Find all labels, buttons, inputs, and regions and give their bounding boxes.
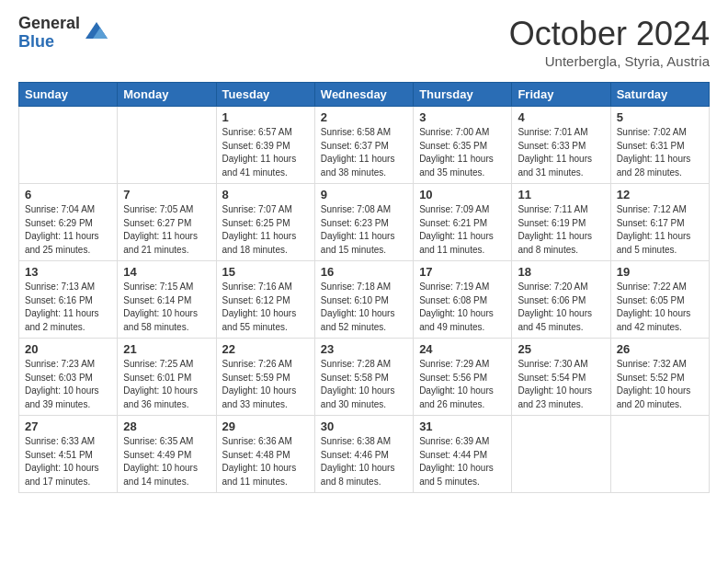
day-number: 1: [222, 110, 309, 124]
weekday-header: Monday: [118, 83, 216, 107]
day-number: 7: [123, 188, 210, 201]
day-number: 18: [518, 265, 604, 279]
day-cell: [19, 107, 118, 184]
day-info: Sunrise: 7:26 AM Sunset: 5:59 PM Dayligh…: [222, 358, 309, 411]
month-title: October 2024: [509, 15, 710, 53]
day-cell: 1Sunrise: 6:57 AM Sunset: 6:39 PM Daylig…: [216, 107, 314, 184]
day-cell: 11Sunrise: 7:11 AM Sunset: 6:19 PM Dayli…: [512, 184, 610, 261]
weekday-header: Sunday: [19, 83, 118, 107]
day-number: 4: [518, 110, 604, 124]
day-info: Sunrise: 7:07 AM Sunset: 6:25 PM Dayligh…: [222, 203, 309, 257]
day-cell: 19Sunrise: 7:22 AM Sunset: 6:05 PM Dayli…: [610, 261, 709, 339]
day-info: Sunrise: 6:35 AM Sunset: 4:49 PM Dayligh…: [123, 435, 210, 488]
day-cell: 2Sunrise: 6:58 AM Sunset: 6:37 PM Daylig…: [314, 107, 413, 184]
day-number: 25: [518, 342, 604, 356]
week-row: 20Sunrise: 7:23 AM Sunset: 6:03 PM Dayli…: [19, 339, 710, 416]
day-number: 5: [617, 110, 703, 124]
day-cell: 24Sunrise: 7:29 AM Sunset: 5:56 PM Dayli…: [414, 339, 512, 416]
day-number: 29: [222, 419, 309, 433]
day-number: 3: [419, 110, 506, 124]
day-cell: 5Sunrise: 7:02 AM Sunset: 6:31 PM Daylig…: [610, 107, 709, 184]
day-number: 27: [25, 419, 111, 433]
day-info: Sunrise: 6:39 AM Sunset: 4:44 PM Dayligh…: [419, 435, 506, 488]
calendar-table: SundayMondayTuesdayWednesdayThursdayFrid…: [18, 82, 710, 493]
week-row: 27Sunrise: 6:33 AM Sunset: 4:51 PM Dayli…: [19, 416, 710, 493]
day-cell: 4Sunrise: 7:01 AM Sunset: 6:33 PM Daylig…: [512, 107, 610, 184]
day-cell: 20Sunrise: 7:23 AM Sunset: 6:03 PM Dayli…: [19, 339, 118, 416]
day-cell: 29Sunrise: 6:36 AM Sunset: 4:48 PM Dayli…: [216, 416, 314, 493]
day-number: 14: [123, 265, 210, 279]
day-info: Sunrise: 7:15 AM Sunset: 6:14 PM Dayligh…: [123, 281, 210, 334]
day-cell: 21Sunrise: 7:25 AM Sunset: 6:01 PM Dayli…: [118, 339, 216, 416]
week-row: 6Sunrise: 7:04 AM Sunset: 6:29 PM Daylig…: [19, 184, 710, 261]
weekday-header: Saturday: [610, 83, 709, 107]
title-block: October 2024 Unterbergla, Styria, Austri…: [509, 15, 710, 69]
day-number: 22: [222, 342, 309, 356]
calendar-container: General Blue October 2024 Unterbergla, S…: [0, 0, 728, 508]
day-cell: 12Sunrise: 7:12 AM Sunset: 6:17 PM Dayli…: [610, 184, 709, 261]
week-row: 1Sunrise: 6:57 AM Sunset: 6:39 PM Daylig…: [19, 107, 710, 184]
weekday-header: Thursday: [414, 83, 512, 107]
day-number: 8: [222, 188, 309, 201]
day-cell: 27Sunrise: 6:33 AM Sunset: 4:51 PM Dayli…: [19, 416, 118, 493]
day-cell: 6Sunrise: 7:04 AM Sunset: 6:29 PM Daylig…: [19, 184, 118, 261]
day-info: Sunrise: 7:08 AM Sunset: 6:23 PM Dayligh…: [321, 203, 407, 257]
day-cell: 17Sunrise: 7:19 AM Sunset: 6:08 PM Dayli…: [414, 261, 512, 339]
logo-blue: Blue: [18, 33, 80, 52]
day-number: 20: [25, 342, 111, 356]
day-number: 26: [617, 342, 703, 356]
day-info: Sunrise: 7:28 AM Sunset: 5:58 PM Dayligh…: [321, 358, 407, 411]
day-number: 12: [617, 188, 703, 201]
day-cell: 25Sunrise: 7:30 AM Sunset: 5:54 PM Dayli…: [512, 339, 610, 416]
day-info: Sunrise: 7:04 AM Sunset: 6:29 PM Dayligh…: [25, 203, 111, 257]
logo-icon: [84, 20, 109, 46]
day-cell: 10Sunrise: 7:09 AM Sunset: 6:21 PM Dayli…: [414, 184, 512, 261]
day-info: Sunrise: 7:29 AM Sunset: 5:56 PM Dayligh…: [419, 358, 506, 411]
day-number: 13: [25, 265, 111, 279]
logo-general: General: [18, 15, 80, 33]
day-cell: [118, 107, 216, 184]
day-info: Sunrise: 7:16 AM Sunset: 6:12 PM Dayligh…: [222, 281, 309, 334]
day-cell: 14Sunrise: 7:15 AM Sunset: 6:14 PM Dayli…: [118, 261, 216, 339]
header: General Blue October 2024 Unterbergla, S…: [18, 15, 710, 69]
day-cell: 9Sunrise: 7:08 AM Sunset: 6:23 PM Daylig…: [314, 184, 413, 261]
day-number: 28: [123, 419, 210, 433]
subtitle: Unterbergla, Styria, Austria: [509, 53, 710, 69]
day-info: Sunrise: 7:01 AM Sunset: 6:33 PM Dayligh…: [518, 126, 604, 179]
day-info: Sunrise: 6:33 AM Sunset: 4:51 PM Dayligh…: [25, 435, 111, 488]
day-number: 17: [419, 265, 506, 279]
day-cell: 22Sunrise: 7:26 AM Sunset: 5:59 PM Dayli…: [216, 339, 314, 416]
day-number: 23: [321, 342, 407, 356]
day-cell: 23Sunrise: 7:28 AM Sunset: 5:58 PM Dayli…: [314, 339, 413, 416]
day-cell: [610, 416, 709, 493]
day-number: 6: [25, 188, 111, 201]
day-info: Sunrise: 7:23 AM Sunset: 6:03 PM Dayligh…: [25, 358, 111, 411]
day-info: Sunrise: 7:02 AM Sunset: 6:31 PM Dayligh…: [617, 126, 703, 179]
day-number: 9: [321, 188, 407, 201]
day-info: Sunrise: 6:58 AM Sunset: 6:37 PM Dayligh…: [321, 126, 407, 179]
day-info: Sunrise: 7:20 AM Sunset: 6:06 PM Dayligh…: [518, 281, 604, 334]
day-info: Sunrise: 7:12 AM Sunset: 6:17 PM Dayligh…: [617, 203, 703, 257]
day-number: 2: [321, 110, 407, 124]
day-number: 15: [222, 265, 309, 279]
logo: General Blue: [18, 15, 109, 52]
week-row: 13Sunrise: 7:13 AM Sunset: 6:16 PM Dayli…: [19, 261, 710, 339]
day-info: Sunrise: 6:38 AM Sunset: 4:46 PM Dayligh…: [321, 435, 407, 488]
day-cell: 15Sunrise: 7:16 AM Sunset: 6:12 PM Dayli…: [216, 261, 314, 339]
day-info: Sunrise: 6:57 AM Sunset: 6:39 PM Dayligh…: [222, 126, 309, 179]
day-info: Sunrise: 7:13 AM Sunset: 6:16 PM Dayligh…: [25, 281, 111, 334]
weekday-header: Tuesday: [216, 83, 314, 107]
day-cell: 30Sunrise: 6:38 AM Sunset: 4:46 PM Dayli…: [314, 416, 413, 493]
header-row: SundayMondayTuesdayWednesdayThursdayFrid…: [19, 83, 710, 107]
day-number: 24: [419, 342, 506, 356]
day-cell: 28Sunrise: 6:35 AM Sunset: 4:49 PM Dayli…: [118, 416, 216, 493]
weekday-header: Wednesday: [314, 83, 413, 107]
day-cell: 26Sunrise: 7:32 AM Sunset: 5:52 PM Dayli…: [610, 339, 709, 416]
day-info: Sunrise: 7:19 AM Sunset: 6:08 PM Dayligh…: [419, 281, 506, 334]
day-number: 30: [321, 419, 407, 433]
day-info: Sunrise: 7:22 AM Sunset: 6:05 PM Dayligh…: [617, 281, 703, 334]
day-cell: 7Sunrise: 7:05 AM Sunset: 6:27 PM Daylig…: [118, 184, 216, 261]
day-cell: 16Sunrise: 7:18 AM Sunset: 6:10 PM Dayli…: [314, 261, 413, 339]
day-cell: 31Sunrise: 6:39 AM Sunset: 4:44 PM Dayli…: [414, 416, 512, 493]
day-number: 11: [518, 188, 604, 201]
